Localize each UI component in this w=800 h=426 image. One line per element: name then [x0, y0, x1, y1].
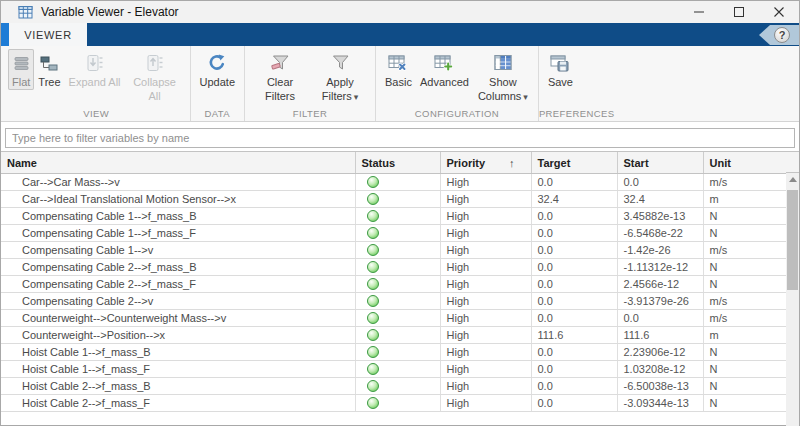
target-cell[interactable]: 0.0 [531, 208, 617, 225]
unit-cell: N [703, 259, 788, 276]
table-row[interactable]: Hoist Cable 2-->f_mass_F High 0.0 -3.093… [1, 395, 788, 412]
table-row[interactable]: Compensating Cable 2-->f_mass_B High 0.0… [1, 259, 788, 276]
priority-cell: High [440, 259, 531, 276]
filter-input[interactable] [5, 128, 795, 148]
collapse-all-icon [146, 52, 164, 74]
target-cell[interactable]: 0.0 [531, 395, 617, 412]
apply-filters-button[interactable]: Apply Filters [310, 49, 370, 105]
table-row[interactable]: Hoist Cable 1-->f_mass_B High 0.0 2.2390… [1, 344, 788, 361]
table-row[interactable]: Compensating Cable 1-->f_mass_B High 0.0… [1, 208, 788, 225]
unit-cell: m/s [703, 310, 788, 327]
variable-name-cell: Counterweight-->Counterweight Mass-->v [1, 310, 355, 327]
tab-viewer[interactable]: VIEWER [9, 23, 87, 46]
status-ok-icon [367, 329, 379, 341]
target-cell[interactable]: 0.0 [531, 174, 617, 191]
column-header-priority[interactable]: Priority↑ [440, 152, 531, 174]
start-cell[interactable]: 0.0 [617, 310, 703, 327]
start-cell[interactable]: -3.09344e-13 [617, 395, 703, 412]
target-cell[interactable]: 0.0 [531, 276, 617, 293]
target-cell[interactable]: 32.4 [531, 191, 617, 208]
status-ok-icon [367, 210, 379, 222]
table-row[interactable]: Car-->Ideal Translational Motion Sensor-… [1, 191, 788, 208]
start-cell[interactable]: 2.4566e-12 [617, 276, 703, 293]
start-cell[interactable]: 2.23906e-12 [617, 344, 703, 361]
sort-ascending-icon: ↑ [509, 157, 515, 169]
expand-all-button[interactable]: Expand All [65, 49, 125, 90]
priority-cell: High [440, 225, 531, 242]
variable-name-cell: Compensating Cable 1-->f_mass_B [1, 208, 355, 225]
target-cell[interactable]: 0.0 [531, 361, 617, 378]
status-ok-icon [367, 193, 379, 205]
tree-button[interactable]: Tree [34, 49, 64, 90]
target-cell[interactable]: 0.0 [531, 344, 617, 361]
target-cell[interactable]: 0.0 [531, 310, 617, 327]
tree-button-label: Tree [38, 75, 60, 89]
unit-cell: N [703, 225, 788, 242]
unit-cell: N [703, 208, 788, 225]
show-columns-button[interactable]: Show Columns [473, 49, 533, 105]
start-cell[interactable]: 111.6 [617, 327, 703, 344]
table-row[interactable]: Hoist Cable 2-->f_mass_B High 0.0 -6.500… [1, 378, 788, 395]
clear-filters-button[interactable]: Clear Filters [250, 49, 310, 105]
vertical-scrollbar[interactable] [786, 173, 799, 426]
start-cell[interactable]: -1.42e-26 [617, 242, 703, 259]
variable-name-cell: Compensating Cable 1-->f_mass_F [1, 225, 355, 242]
collapse-all-button[interactable]: Collapse All [125, 49, 185, 105]
scroll-up-arrow-icon[interactable] [786, 173, 799, 186]
start-cell[interactable]: -6.5468e-22 [617, 225, 703, 242]
priority-cell: High [440, 344, 531, 361]
save-button-label: Save [548, 75, 573, 89]
refresh-icon [207, 52, 227, 74]
unit-cell: N [703, 395, 788, 412]
save-button[interactable]: Save [544, 49, 577, 90]
column-header-start[interactable]: Start [617, 152, 703, 174]
target-cell[interactable]: 111.6 [531, 327, 617, 344]
table-row[interactable]: Counterweight-->Position-->x High 111.6 … [1, 327, 788, 344]
table-row[interactable]: Compensating Cable 1-->v High 0.0 -1.42e… [1, 242, 788, 259]
status-ok-icon [367, 363, 379, 375]
table-row[interactable]: Car-->Car Mass-->v High 0.0 0.0 m/s [1, 174, 788, 191]
variable-viewer-window: Variable Viewer - Elevator VIEWER ? [0, 0, 800, 426]
maximize-icon[interactable] [719, 1, 759, 23]
status-cell [355, 293, 440, 310]
target-cell[interactable]: 0.0 [531, 378, 617, 395]
table-row[interactable]: Hoist Cable 1-->f_mass_F High 0.0 1.0320… [1, 361, 788, 378]
start-cell[interactable]: -6.50038e-13 [617, 378, 703, 395]
start-cell[interactable]: 32.4 [617, 191, 703, 208]
variable-name-cell: Counterweight-->Position-->x [1, 327, 355, 344]
start-cell[interactable]: 0.0 [617, 174, 703, 191]
collapse-all-button-label: Collapse All [129, 75, 181, 104]
status-cell [355, 276, 440, 293]
target-cell[interactable]: 0.0 [531, 242, 617, 259]
flat-button[interactable]: Flat [8, 49, 34, 90]
toolbar-group-filter-label: FILTER [245, 108, 375, 119]
scrollbar-thumb[interactable] [787, 190, 798, 290]
help-icon[interactable]: ? [774, 27, 790, 43]
column-header-status[interactable]: Status [355, 152, 440, 174]
toolbar-group-filter: Clear Filters Apply Filters FILTER [244, 46, 375, 121]
minimize-icon[interactable] [679, 1, 719, 23]
table-row[interactable]: Counterweight-->Counterweight Mass-->v H… [1, 310, 788, 327]
basic-button[interactable]: Basic [381, 49, 416, 90]
start-cell[interactable]: 1.03208e-12 [617, 361, 703, 378]
advanced-button[interactable]: Advanced [416, 49, 473, 90]
update-button[interactable]: Update [196, 49, 239, 90]
status-ok-icon [367, 346, 379, 358]
table-row[interactable]: Compensating Cable 2-->v High 0.0 -3.913… [1, 293, 788, 310]
dropdown-caret-icon [352, 90, 359, 102]
close-icon[interactable] [759, 1, 799, 23]
apply-filter-icon [331, 52, 350, 74]
target-cell[interactable]: 0.0 [531, 259, 617, 276]
dropdown-caret-icon [521, 90, 528, 102]
target-cell[interactable]: 0.0 [531, 225, 617, 242]
target-cell[interactable]: 0.0 [531, 293, 617, 310]
column-header-target[interactable]: Target [531, 152, 617, 174]
column-header-name[interactable]: Name [1, 152, 355, 174]
start-cell[interactable]: -3.91379e-26 [617, 293, 703, 310]
column-header-unit[interactable]: Unit [703, 152, 788, 174]
table-row[interactable]: Compensating Cable 1-->f_mass_F High 0.0… [1, 225, 788, 242]
start-cell[interactable]: -1.11312e-12 [617, 259, 703, 276]
table-header-row: Name Status Priority↑ Target Start Unit [1, 152, 788, 174]
table-row[interactable]: Compensating Cable 2-->f_mass_F High 0.0… [1, 276, 788, 293]
start-cell[interactable]: 3.45882e-13 [617, 208, 703, 225]
